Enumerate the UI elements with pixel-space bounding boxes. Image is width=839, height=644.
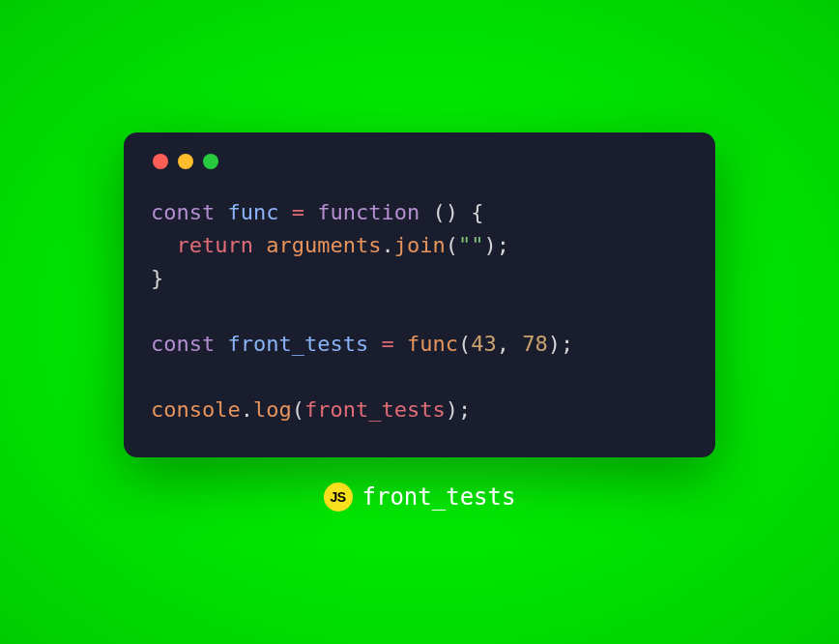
js-badge-icon: JS xyxy=(324,483,353,512)
code-line-3: } xyxy=(151,266,163,290)
semicolon: ; xyxy=(561,332,573,356)
code-line-7: console.log(front_tests); xyxy=(151,397,471,422)
semicolon: ; xyxy=(497,233,509,257)
dot: . xyxy=(241,397,253,422)
close-icon[interactable] xyxy=(153,154,168,169)
operator-equals: = xyxy=(381,332,393,356)
string-literal: "" xyxy=(458,233,484,257)
brace-close: } xyxy=(151,266,163,290)
code-line-2: return arguments.join(""); xyxy=(151,233,509,257)
paren-open: ( xyxy=(292,397,304,422)
paren-close: ) xyxy=(446,397,458,422)
identifier-arguments: arguments xyxy=(266,233,381,257)
keyword-return: return xyxy=(177,233,253,257)
paren-open: ( xyxy=(458,332,471,356)
comma: , xyxy=(497,332,509,356)
method-join: join xyxy=(394,233,446,257)
paren-open: ( xyxy=(446,233,458,257)
parens: () xyxy=(432,200,458,224)
identifier-front-tests: front_tests xyxy=(227,332,368,356)
operator-equals: = xyxy=(292,200,304,224)
code-line-5: const front_tests = func(43, 78); xyxy=(151,332,573,356)
paren-close: ) xyxy=(548,332,561,356)
code-block: const func = function () { return argume… xyxy=(151,196,688,427)
method-log: log xyxy=(253,397,292,422)
code-editor-window: const func = function () { return argume… xyxy=(124,132,715,458)
identifier-front-tests-arg: front_tests xyxy=(304,397,446,422)
number-literal: 78 xyxy=(522,332,548,356)
js-badge-text: JS xyxy=(330,489,345,505)
footer-title: front_tests xyxy=(362,483,516,511)
window-traffic-lights xyxy=(151,154,688,169)
dot: . xyxy=(381,233,393,257)
call-func: func xyxy=(407,332,458,356)
keyword-const: const xyxy=(151,200,215,224)
code-line-1: const func = function () { xyxy=(151,200,483,224)
keyword-const: const xyxy=(151,332,215,356)
number-literal: 43 xyxy=(471,332,497,356)
identifier-func: func xyxy=(227,200,278,224)
brace-open: { xyxy=(471,200,483,224)
footer: JS front_tests xyxy=(324,483,516,512)
paren-close: ) xyxy=(483,233,496,257)
semicolon: ; xyxy=(458,397,471,422)
maximize-icon[interactable] xyxy=(203,154,218,169)
keyword-function: function xyxy=(317,200,420,224)
identifier-console: console xyxy=(151,397,241,422)
minimize-icon[interactable] xyxy=(178,154,193,169)
